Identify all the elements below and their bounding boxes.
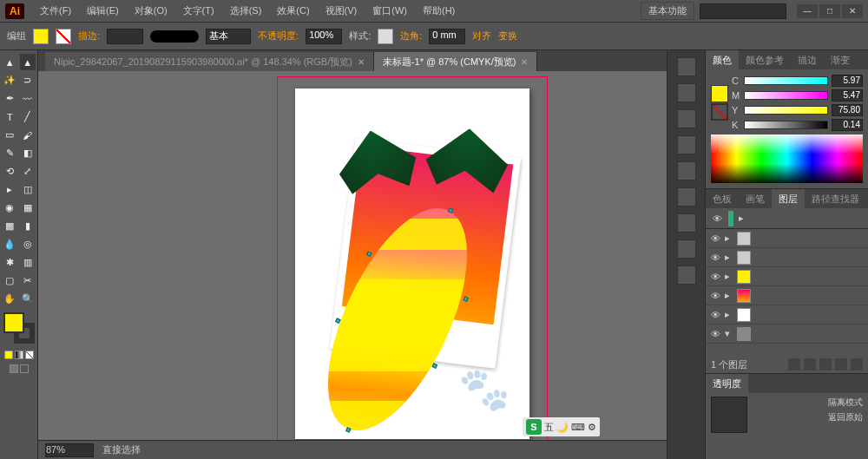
dock-gradient-icon[interactable] <box>677 187 696 207</box>
selection-tool[interactable]: ▲ <box>2 54 18 70</box>
align-label[interactable]: 对齐 <box>472 30 491 43</box>
dock-symbols-icon[interactable] <box>677 135 696 154</box>
dock-swatches-icon[interactable] <box>677 83 696 102</box>
layer-header[interactable]: 👁 ▸ <box>706 208 868 229</box>
expand-icon[interactable]: ▸ <box>725 252 733 263</box>
visibility-icon[interactable]: 👁 <box>709 309 721 321</box>
pencil-tool[interactable]: ✎ <box>2 145 18 161</box>
curvature-tool[interactable]: 〰 <box>20 90 36 107</box>
layer-row[interactable]: 👁▸ <box>706 229 868 248</box>
back-original-label[interactable]: 返回原始 <box>828 411 863 423</box>
panel-stroke-swatch[interactable] <box>711 103 728 121</box>
expand-icon[interactable]: ▸ <box>725 271 733 282</box>
workspace-switcher[interactable]: 基本功能 <box>641 2 694 20</box>
fill-stroke-indicator[interactable] <box>3 312 35 344</box>
gradient-mode-button[interactable] <box>15 351 23 359</box>
document-tab-active[interactable]: 未标题-1* @ 87% (CMYK/预览) ✕ <box>374 52 538 71</box>
shape-builder-tool[interactable]: ◉ <box>2 200 18 216</box>
stroke-swatch[interactable] <box>56 29 71 44</box>
close-button[interactable]: ✕ <box>842 4 863 18</box>
dock-layers-icon[interactable] <box>677 266 696 285</box>
type-tool[interactable]: T <box>2 108 18 125</box>
expand-icon[interactable]: ▸ <box>725 290 733 301</box>
graph-tool[interactable]: ▥ <box>20 254 36 271</box>
stroke-profile-select[interactable] <box>150 30 199 43</box>
expand-icon[interactable]: ▸ <box>739 213 747 224</box>
tab-pathfinder[interactable]: 路径查找器 <box>805 189 866 208</box>
visibility-icon[interactable]: 👁 <box>709 290 721 302</box>
minimize-button[interactable]: — <box>797 4 818 18</box>
scale-tool[interactable]: ⤢ <box>20 163 36 180</box>
brush-select[interactable]: 基本 <box>206 29 251 44</box>
make-clipping-button[interactable] <box>804 358 816 370</box>
c-slider[interactable] <box>744 76 828 85</box>
menu-select[interactable]: 选择(S) <box>223 2 269 20</box>
menu-edit[interactable]: 编辑(E) <box>80 2 126 20</box>
y-value-input[interactable]: 75.80 <box>832 104 863 116</box>
rectangle-tool[interactable]: ▭ <box>2 127 18 143</box>
visibility-icon[interactable]: 👁 <box>711 213 723 225</box>
screen-full-button[interactable] <box>20 364 29 373</box>
isolate-mode-label[interactable]: 隔离模式 <box>828 397 863 409</box>
menu-window[interactable]: 窗口(W) <box>365 2 414 20</box>
stroke-weight-input[interactable] <box>107 29 143 44</box>
color-mode-button[interactable] <box>4 351 13 359</box>
tab-color[interactable]: 颜色 <box>706 50 739 69</box>
screen-normal-button[interactable] <box>10 364 18 373</box>
new-layer-button[interactable] <box>835 358 847 370</box>
eyedropper-tool[interactable]: 💧 <box>2 236 18 252</box>
anchor-point-icon[interactable] <box>335 318 341 325</box>
anchor-point-icon[interactable] <box>345 427 352 433</box>
menu-effect[interactable]: 效果(C) <box>270 2 316 20</box>
perspective-tool[interactable]: ▦ <box>20 200 36 216</box>
zoom-tool[interactable]: 🔍 <box>20 291 36 307</box>
menu-help[interactable]: 帮助(H) <box>416 2 462 20</box>
menu-view[interactable]: 视图(V) <box>319 2 365 20</box>
layer-row[interactable]: 👁▾ <box>706 325 868 344</box>
tab-swatches[interactable]: 色板 <box>706 189 739 208</box>
opacity-input[interactable]: 100% <box>306 29 342 44</box>
zoom-select[interactable]: 87% <box>45 443 94 457</box>
close-tab-icon[interactable]: ✕ <box>358 57 365 67</box>
visibility-icon[interactable]: 👁 <box>709 328 721 340</box>
pen-tool[interactable]: ✒ <box>2 90 18 107</box>
anchor-point-icon[interactable] <box>431 364 437 370</box>
free-transform-tool[interactable]: ◫ <box>20 181 36 198</box>
tab-layers[interactable]: 图层 <box>772 189 805 208</box>
line-tool[interactable]: ╱ <box>20 108 36 125</box>
tab-gradient[interactable]: 渐变 <box>824 50 857 69</box>
tab-brushes[interactable]: 画笔 <box>739 189 772 208</box>
mesh-tool[interactable]: ▩ <box>2 218 18 234</box>
paintbrush-tool[interactable]: 🖌 <box>20 127 36 143</box>
locate-layer-button[interactable] <box>788 358 800 370</box>
document-tab-inactive[interactable]: Nipic_29842067_20190829115903980000.ai* … <box>45 52 374 71</box>
dock-appearance-icon[interactable] <box>677 239 696 259</box>
search-input[interactable] <box>700 3 786 19</box>
rotate-tool[interactable]: ⟲ <box>2 163 18 180</box>
visibility-icon[interactable]: 👁 <box>709 271 721 283</box>
panel-fill-swatch[interactable] <box>711 85 728 102</box>
none-mode-button[interactable] <box>25 351 34 359</box>
lasso-tool[interactable]: ⊃ <box>20 72 36 89</box>
visibility-icon[interactable]: 👁 <box>709 252 721 264</box>
m-value-input[interactable]: 5.47 <box>832 89 863 102</box>
expand-icon[interactable]: ▾ <box>725 328 733 339</box>
k-value-input[interactable]: 0.14 <box>832 119 863 131</box>
delete-layer-button[interactable] <box>851 358 863 370</box>
layer-row[interactable]: 👁▸ <box>706 267 868 286</box>
slice-tool[interactable]: ✂ <box>20 272 36 289</box>
dock-transparency-icon[interactable] <box>677 213 696 233</box>
fill-indicator[interactable] <box>3 312 24 333</box>
c-value-input[interactable]: 5.97 <box>832 75 863 87</box>
width-tool[interactable]: ▸ <box>2 181 18 198</box>
ime-moon-icon[interactable]: 🌙 <box>556 422 569 433</box>
k-slider[interactable] <box>744 121 828 129</box>
m-slider[interactable] <box>744 91 828 100</box>
corner-input[interactable]: 0 mm <box>429 29 465 44</box>
expand-icon[interactable]: ▸ <box>725 309 733 320</box>
anchor-point-icon[interactable] <box>366 251 372 257</box>
magic-wand-tool[interactable]: ✨ <box>2 72 18 89</box>
artboard-tool[interactable]: ▢ <box>2 272 18 289</box>
dock-brushes-icon[interactable] <box>677 109 696 128</box>
tab-transparency[interactable]: 透明度 <box>706 374 748 393</box>
